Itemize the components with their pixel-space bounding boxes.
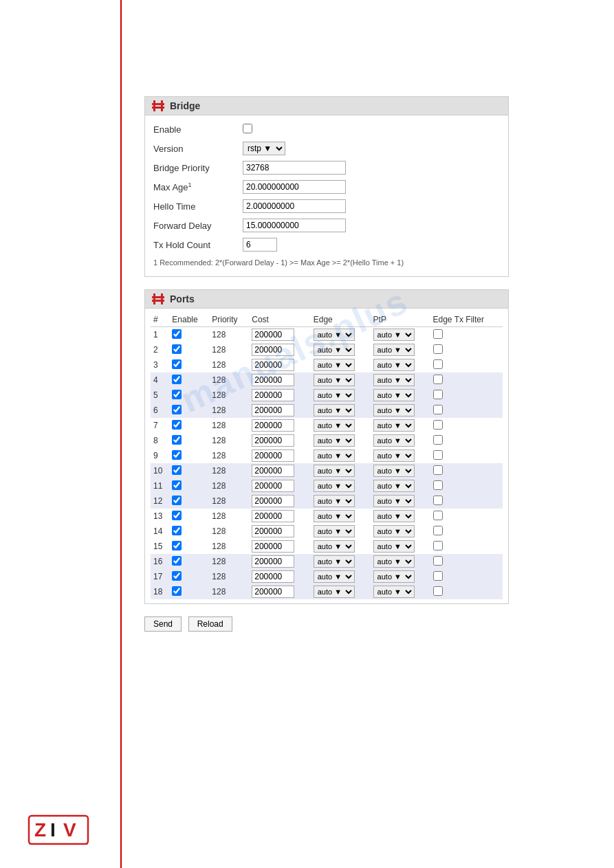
port-ptp-select[interactable]: auto ▼ (373, 434, 415, 447)
port-enable[interactable] (169, 463, 209, 478)
port-ptp[interactable]: auto ▼ (371, 448, 430, 463)
port-ptp[interactable]: auto ▼ (371, 493, 430, 509)
port-edge-tx-filter-checkbox[interactable] (433, 586, 443, 596)
port-enable-checkbox[interactable] (172, 586, 182, 596)
forward-delay-input[interactable] (243, 219, 346, 232)
port-ptp[interactable]: auto ▼ (371, 554, 430, 569)
port-ptp[interactable]: auto ▼ (371, 403, 430, 418)
port-cost-input[interactable] (252, 570, 294, 583)
port-cost-input[interactable] (252, 329, 294, 341)
port-edge-tx-filter-checkbox[interactable] (433, 450, 443, 460)
port-edge[interactable]: auto ▼ (311, 357, 371, 372)
port-enable-checkbox[interactable] (172, 480, 182, 490)
port-cost[interactable] (249, 493, 310, 509)
port-edge-select[interactable]: auto ▼ (314, 570, 355, 583)
port-enable-checkbox[interactable] (172, 571, 182, 581)
port-ptp-select[interactable]: auto ▼ (373, 389, 415, 401)
port-ptp-select[interactable]: auto ▼ (373, 495, 415, 507)
port-edge-tx-filter[interactable] (430, 584, 503, 599)
port-cost[interactable] (249, 478, 310, 493)
port-edge[interactable]: auto ▼ (311, 433, 371, 448)
port-enable-checkbox[interactable] (172, 329, 182, 339)
port-edge[interactable]: auto ▼ (311, 478, 371, 493)
port-edge-tx-filter[interactable] (430, 493, 503, 509)
port-edge-tx-filter[interactable] (430, 327, 503, 343)
port-cost-input[interactable] (252, 419, 294, 432)
port-edge[interactable]: auto ▼ (311, 418, 371, 433)
port-cost-input[interactable] (252, 374, 294, 386)
port-edge-tx-filter-checkbox[interactable] (433, 526, 443, 535)
port-cost-input[interactable] (252, 555, 294, 568)
port-edge-select[interactable]: auto ▼ (314, 555, 355, 568)
port-cost-input[interactable] (252, 495, 294, 507)
port-edge-select[interactable]: auto ▼ (314, 434, 355, 447)
port-enable[interactable] (169, 478, 209, 493)
port-ptp[interactable]: auto ▼ (371, 509, 430, 524)
port-enable[interactable] (169, 569, 209, 584)
port-enable-checkbox[interactable] (172, 359, 182, 369)
port-edge-tx-filter-checkbox[interactable] (433, 420, 443, 430)
port-ptp-select[interactable]: auto ▼ (373, 525, 415, 537)
port-ptp-select[interactable]: auto ▼ (373, 465, 415, 477)
port-cost[interactable] (249, 342, 310, 357)
port-edge-tx-filter-checkbox[interactable] (433, 329, 443, 339)
port-cost[interactable] (249, 584, 310, 599)
port-edge-tx-filter-checkbox[interactable] (433, 541, 443, 550)
port-edge-tx-filter-checkbox[interactable] (433, 359, 443, 369)
port-ptp-select[interactable]: auto ▼ (373, 555, 415, 568)
port-ptp[interactable]: auto ▼ (371, 388, 430, 403)
port-enable[interactable] (169, 509, 209, 524)
port-edge-tx-filter[interactable] (430, 342, 503, 357)
version-select[interactable]: rstp ▼ (243, 142, 285, 155)
port-enable-checkbox[interactable] (172, 390, 182, 399)
port-edge-tx-filter[interactable] (430, 509, 503, 524)
port-cost-input[interactable] (252, 449, 294, 462)
port-cost[interactable] (249, 403, 310, 418)
port-edge[interactable]: auto ▼ (311, 372, 371, 388)
port-enable[interactable] (169, 448, 209, 463)
port-edge-tx-filter[interactable] (430, 524, 503, 539)
port-edge-tx-filter[interactable] (430, 357, 503, 372)
port-cost[interactable] (249, 448, 310, 463)
port-cost[interactable] (249, 463, 310, 478)
port-ptp-select[interactable]: auto ▼ (373, 344, 415, 356)
max-age-input[interactable] (243, 180, 346, 194)
port-ptp[interactable]: auto ▼ (371, 539, 430, 554)
port-enable[interactable] (169, 584, 209, 599)
send-button[interactable]: Send (144, 616, 182, 632)
port-edge[interactable]: auto ▼ (311, 569, 371, 584)
port-edge-select[interactable]: auto ▼ (314, 419, 355, 432)
port-edge[interactable]: auto ▼ (311, 524, 371, 539)
port-enable-checkbox[interactable] (172, 405, 182, 414)
port-enable-checkbox[interactable] (172, 541, 182, 550)
port-cost-input[interactable] (252, 404, 294, 416)
port-ptp-select[interactable]: auto ▼ (373, 404, 415, 416)
port-edge[interactable]: auto ▼ (311, 327, 371, 343)
port-enable-checkbox[interactable] (172, 465, 182, 475)
port-edge-tx-filter-checkbox[interactable] (433, 465, 443, 475)
port-edge-select[interactable]: auto ▼ (314, 404, 355, 416)
port-edge-tx-filter-checkbox[interactable] (433, 511, 443, 520)
port-ptp-select[interactable]: auto ▼ (373, 570, 415, 583)
port-ptp-select[interactable]: auto ▼ (373, 510, 415, 522)
port-ptp[interactable]: auto ▼ (371, 463, 430, 478)
port-ptp-select[interactable]: auto ▼ (373, 374, 415, 386)
port-enable-checkbox[interactable] (172, 526, 182, 535)
port-edge-tx-filter[interactable] (430, 448, 503, 463)
port-edge-select[interactable]: auto ▼ (314, 510, 355, 522)
port-ptp[interactable]: auto ▼ (371, 342, 430, 357)
reload-button[interactable]: Reload (188, 616, 232, 632)
port-cost[interactable] (249, 524, 310, 539)
port-edge-tx-filter[interactable] (430, 418, 503, 433)
port-enable-checkbox[interactable] (172, 375, 182, 384)
port-enable-checkbox[interactable] (172, 420, 182, 430)
hello-time-input[interactable] (243, 199, 346, 213)
port-enable-checkbox[interactable] (172, 556, 182, 566)
port-enable[interactable] (169, 493, 209, 509)
port-cost[interactable] (249, 554, 310, 569)
port-cost-input[interactable] (252, 359, 294, 371)
port-enable[interactable] (169, 342, 209, 357)
port-ptp-select[interactable]: auto ▼ (373, 329, 415, 341)
port-ptp[interactable]: auto ▼ (371, 372, 430, 388)
port-edge[interactable]: auto ▼ (311, 584, 371, 599)
